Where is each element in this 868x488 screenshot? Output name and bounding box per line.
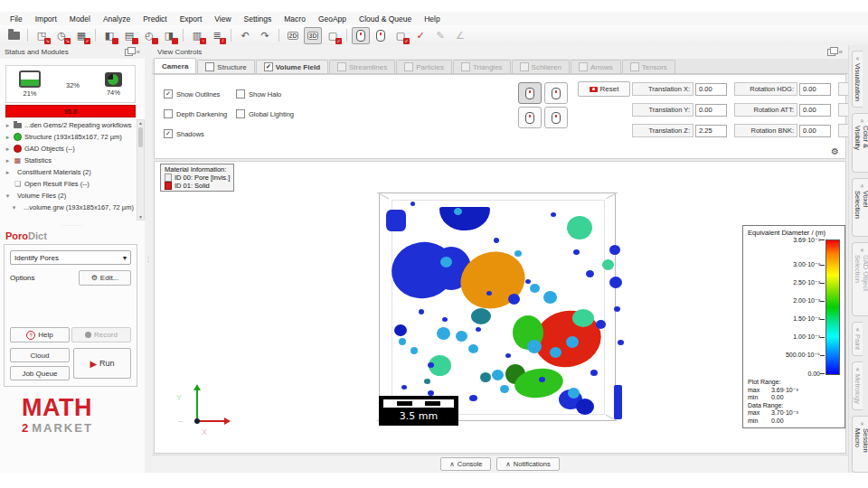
side-tab-color-visibility[interactable]: «Color & Visibility	[852, 113, 868, 174]
tab-arrows[interactable]: ✓Arrows	[571, 60, 621, 73]
tab-checkbox[interactable]: ✓	[520, 62, 529, 71]
menu-item-help[interactable]: Help	[418, 13, 446, 25]
help-button[interactable]: ?Help	[10, 327, 70, 343]
checkbox-box[interactable]: ✓	[236, 89, 245, 99]
expand-arrow-icon[interactable]: ▸	[5, 122, 11, 129]
checkbox-shadows[interactable]: ✓Shadows	[164, 124, 236, 144]
viewport-settings-gear-icon[interactable]: ⚙	[831, 146, 839, 156]
field-input-translation-y-[interactable]: 0.00	[695, 104, 727, 117]
tab-triangles[interactable]: ✓Triangles	[453, 60, 511, 73]
tab-checkbox[interactable]: ✓	[404, 62, 413, 71]
tab-checkbox[interactable]: ✓	[264, 62, 273, 71]
tree-item[interactable]: ❏Open Result Files (--)	[2, 178, 137, 190]
tab-checkbox[interactable]: ✓	[579, 62, 588, 71]
import-structure-icon[interactable]: ◳↘	[33, 27, 51, 44]
side-tab-gad-object-selection[interactable]: «GAD Object Selection	[852, 242, 868, 317]
expand-arrow-icon[interactable]: ▸	[5, 157, 11, 164]
save-structure-icon[interactable]: ◧	[100, 27, 118, 44]
expand-arrow-icon[interactable]: ▸	[5, 169, 11, 176]
tab-structure[interactable]: ✓Structure	[197, 60, 254, 73]
checkbox-box[interactable]: ✓	[236, 109, 245, 118]
tree-item[interactable]: ▾Volume Files (2)	[2, 190, 137, 202]
field-input-rotation-att-[interactable]: 0.00	[799, 104, 831, 117]
view-2d-button[interactable]: 2D	[284, 27, 302, 44]
checkbox-global-lighting[interactable]: ✓Global Lighting	[236, 104, 308, 124]
measure-edit-icon[interactable]: ✎	[431, 27, 449, 44]
tab-checkbox[interactable]: ✓	[630, 62, 639, 71]
tab-checkbox[interactable]: ✓	[205, 62, 214, 71]
menu-item-predict[interactable]: Predict	[137, 13, 173, 25]
job-queue-button[interactable]: Job Queue	[10, 366, 70, 380]
tree-item[interactable]: ▸Constituent Materials (2)	[2, 166, 137, 178]
tab-volume-field[interactable]: ✓Volume Field	[256, 60, 328, 73]
tab-checkbox[interactable]: ✓	[461, 62, 470, 71]
field-input-translation-x-[interactable]: 0.00	[695, 83, 727, 96]
side-tab-voxel-selection[interactable]: «Voxel Selection	[852, 178, 868, 236]
menu-item-geoapp[interactable]: GeoApp	[312, 13, 353, 25]
splitter-handle[interactable]: ········	[0, 222, 145, 228]
redo-icon[interactable]: ↷	[256, 27, 274, 44]
checkbox-box[interactable]: ✓	[164, 89, 173, 99]
field-label-translation-y-[interactable]: Translation Y:	[632, 103, 693, 117]
field-label-rotation-bnk-[interactable]: Rotation BNK:	[734, 124, 797, 137]
save-project-icon[interactable]: ◨	[160, 27, 178, 44]
undock-panel-icon[interactable]	[125, 49, 133, 56]
measure-angle-icon[interactable]: ∠	[451, 27, 469, 44]
viewport-3d[interactable]: Material Information: ID 00: Pore [invis…	[154, 161, 846, 454]
menu-item-cloud-queue[interactable]: Cloud & Queue	[353, 13, 418, 25]
checkbox-depth-darkening[interactable]: ✓Depth Darkening	[164, 104, 236, 124]
field-label-rotation-att-[interactable]: Rotation ATT:	[734, 103, 797, 117]
confirm-select-icon[interactable]: ✓	[411, 27, 429, 44]
cloud-button[interactable]: Cloud	[10, 348, 70, 362]
screen-select-icon[interactable]: ▢✓	[324, 27, 342, 44]
checkbox-box[interactable]: ✓	[164, 129, 173, 138]
side-tab-visualization[interactable]: «Visualization	[852, 51, 863, 108]
database-edit-icon[interactable]: ≣/	[208, 27, 226, 44]
side-tab-session-macro[interactable]: «Session Macro	[852, 416, 868, 473]
field-label-translation-x-[interactable]: Translation X:	[632, 82, 693, 96]
expand-arrow-icon[interactable]: ▾	[11, 204, 17, 211]
mouse-rotate-button[interactable]	[352, 27, 370, 44]
menu-item-view[interactable]: View	[208, 13, 237, 25]
open-project-icon[interactable]	[5, 27, 23, 44]
tree-item[interactable]: ▾...volume.grw (193x185x167, 72 µm)	[2, 202, 137, 213]
tab-checkbox[interactable]: ✓	[337, 62, 346, 71]
save-video-icon[interactable]: ◴	[140, 27, 158, 44]
tree-scrollbar[interactable]: ▲▼	[137, 119, 145, 221]
field-label-rotation-hdg-[interactable]: Rotation HDG:	[734, 82, 797, 96]
console-button[interactable]: ∧Console	[440, 457, 491, 471]
menu-item-file[interactable]: File	[4, 13, 29, 25]
undock-view-controls-icon[interactable]	[827, 49, 835, 56]
mouse-pick-button[interactable]	[372, 27, 390, 44]
expand-arrow-icon[interactable]: ▸	[5, 134, 11, 141]
mouse-zoom-mode-button[interactable]	[518, 107, 542, 128]
checkbox-box[interactable]: ✓	[164, 109, 173, 118]
mouse-pan-mode-button[interactable]	[544, 107, 568, 128]
menu-item-model[interactable]: Model	[63, 13, 97, 25]
run-button[interactable]: ▶Run	[73, 348, 131, 379]
checkbox-show-halo[interactable]: ✓Show Halo	[236, 84, 308, 104]
menu-item-analyze[interactable]: Analyze	[97, 13, 137, 25]
import-table-icon[interactable]: ▦✓	[72, 27, 90, 44]
expand-arrow-icon[interactable]: ▸	[5, 145, 11, 153]
menu-item-settings[interactable]: Settings	[238, 13, 278, 25]
tab-camera[interactable]: Camera	[154, 58, 196, 73]
notifications-button[interactable]: ∧Notifications	[496, 457, 559, 471]
field-input-rotation-bnk-[interactable]: 0.00	[799, 125, 831, 137]
mouse-rotate-mode-button[interactable]	[518, 82, 542, 104]
collapse-view-controls-icon[interactable]: «	[839, 48, 843, 56]
undo-icon[interactable]: ↶	[236, 27, 254, 44]
tab-tensors[interactable]: ✓Tensors	[622, 60, 675, 73]
side-tab-paint[interactable]: «Paint	[852, 322, 863, 356]
marked-select-icon[interactable]: ▢✓	[392, 27, 410, 44]
tree-item[interactable]: ▸Structure (193x185x167, 72 µm)	[2, 131, 137, 143]
save-image-icon[interactable]: ▤	[120, 27, 138, 44]
tab-particles[interactable]: ✓Particles	[396, 60, 452, 73]
checkbox-show-outlines[interactable]: ✓Show Outlines	[164, 84, 236, 104]
tab-schlieren[interactable]: ✓Schlieren	[512, 60, 570, 73]
field-input-rotation-hdg-[interactable]: 0.00	[799, 83, 831, 96]
field-input-translation-z-[interactable]: 2.25	[695, 125, 727, 137]
porodict-mode-dropdown[interactable]: Identify Pores▾	[10, 250, 131, 265]
tree-item[interactable]: ▸GAD Objects (--)	[2, 143, 137, 155]
tree-item[interactable]: ▸▦Statistics	[2, 155, 137, 166]
